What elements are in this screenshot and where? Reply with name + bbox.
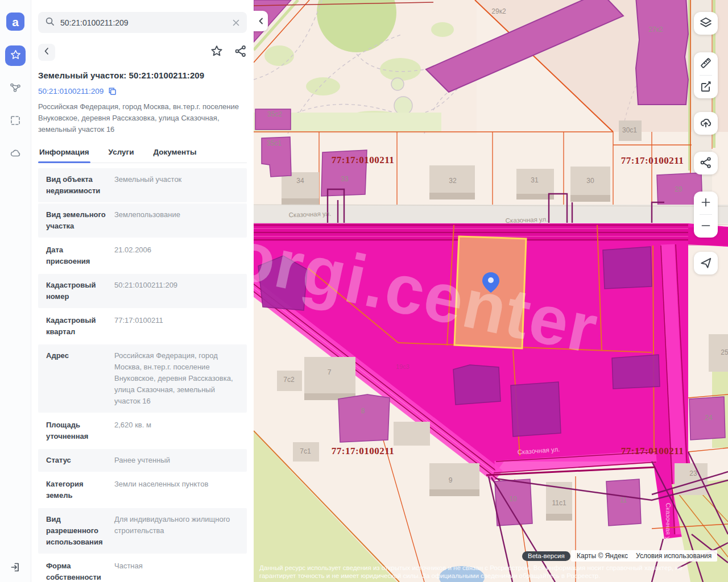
row-label: Вид объекта недвижимости <box>46 174 114 197</box>
sidebar-item-area-select[interactable] <box>5 111 26 132</box>
panel-actions <box>38 44 247 61</box>
row-value: 21.02.2006 <box>114 244 239 267</box>
locate-button[interactable] <box>694 252 718 275</box>
address-text: Российская Федерация, город Москва, вн.т… <box>38 101 247 135</box>
polygon-nodes-icon <box>10 82 21 95</box>
star-icon <box>10 49 21 63</box>
chevron-left-icon <box>43 47 51 57</box>
table-row: СтатусРанее учтенный <box>38 449 247 472</box>
sidebar-item-favorites[interactable] <box>5 45 26 66</box>
yandex-attribution: Карты © Яндекс Условия использования <box>571 550 717 562</box>
table-row: Дата присвоения21.02.2006 <box>38 239 247 273</box>
row-value: Ранее учтенный <box>114 455 239 466</box>
share-nodes-icon <box>700 156 712 171</box>
share-nodes-icon <box>234 45 247 60</box>
favorite-button[interactable] <box>210 45 223 60</box>
table-row: Кадастровый квартал77:17:0100211 <box>38 309 247 343</box>
terms-link[interactable]: Условия использования <box>636 552 712 560</box>
ruler-button[interactable] <box>694 52 718 75</box>
table-row: Вид разрешенного использованияДля индиви… <box>38 508 247 554</box>
row-label: Кадастровый номер <box>46 280 114 302</box>
table-row: Вид земельного участкаЗемлепользование <box>38 203 247 238</box>
row-label: Вид разрешенного использования <box>46 514 114 548</box>
table-row: Категория земельЗемли населенных пунктов <box>38 473 247 507</box>
row-label: Форма собственности <box>46 560 114 582</box>
search-clear-button[interactable] <box>232 19 240 27</box>
minus-icon <box>700 220 712 233</box>
dashed-square-icon <box>10 115 21 128</box>
tab-info[interactable]: Информация <box>38 144 90 163</box>
layers-icon <box>700 16 712 31</box>
sidebar-item-cloud[interactable] <box>5 144 26 165</box>
tab-services[interactable]: Услуги <box>107 144 135 163</box>
panel-collapse-button[interactable] <box>254 11 268 31</box>
table-row: АдресРоссийская Федерация, город Москва,… <box>38 344 247 413</box>
search-input[interactable] <box>60 18 232 27</box>
row-value: 77:17:0100211 <box>114 315 239 338</box>
tab-bar: ИнформацияУслугиДокументы <box>38 144 247 163</box>
row-label: Кадастровый квартал <box>46 315 114 338</box>
search-icon <box>45 16 55 28</box>
tab-documents[interactable]: Документы <box>152 144 198 163</box>
map-share-button[interactable] <box>694 152 718 174</box>
sidebar-item-polygon-tool[interactable] <box>5 78 26 99</box>
table-row: Кадастровый номер50:21:0100211:209 <box>38 274 247 308</box>
parcel-info-panel: Земельный участок: 50:21:0100211:209 50:… <box>31 0 254 582</box>
table-row: Вид объекта недвижимостиЗемельный участо… <box>38 168 247 202</box>
map-pin-icon <box>481 271 500 296</box>
icon-sidebar: a <box>0 0 31 582</box>
layers-button[interactable] <box>694 12 718 35</box>
chevron-left-icon <box>258 16 264 26</box>
plus-icon <box>700 197 712 210</box>
edit-button[interactable] <box>694 76 718 98</box>
row-label: Категория земель <box>46 479 114 501</box>
row-value: Российская Федерация, город Москва, вн.т… <box>114 350 239 407</box>
edit-icon <box>700 80 712 94</box>
row-label: Статус <box>46 455 114 466</box>
cloud-icon <box>10 148 21 161</box>
row-label: Площадь уточненная <box>46 419 114 442</box>
cloud-upload-icon <box>700 117 712 131</box>
share-button[interactable] <box>234 45 247 60</box>
attributes-table: Вид объекта недвижимостиЗемельный участо… <box>38 168 247 582</box>
upload-button[interactable] <box>694 112 718 135</box>
ruler-icon <box>700 57 712 71</box>
row-value: Земельный участок <box>114 174 239 197</box>
back-button[interactable] <box>38 44 55 61</box>
page-title: Земельный участок: 50:21:0100211:209 <box>38 70 247 80</box>
row-label: Адрес <box>46 350 114 407</box>
app-window: a <box>0 0 728 582</box>
maps-copyright-link[interactable]: Карты © Яндекс <box>577 552 628 560</box>
row-value: Землепользование <box>114 209 239 232</box>
table-row: Форма собственностиЧастная <box>38 555 247 582</box>
row-value: Частная <box>114 560 239 582</box>
cadastral-number-link[interactable]: 50:21:0100211:209 <box>38 87 104 95</box>
logout-button[interactable] <box>0 562 31 575</box>
zoom-in-button[interactable] <box>694 192 718 214</box>
copy-icon[interactable] <box>108 87 117 95</box>
star-icon <box>210 45 223 60</box>
row-label: Дата присвоения <box>46 244 114 267</box>
cadastral-link-row: 50:21:0100211:209 <box>38 87 247 95</box>
logout-icon <box>10 562 22 575</box>
app-logo[interactable]: a <box>6 13 24 31</box>
row-value: 50:21:0100211:209 <box>114 280 239 302</box>
row-label: Вид земельного участка <box>46 209 114 232</box>
row-value: Для индивидуального жилищного строительс… <box>114 514 239 548</box>
navigation-arrow-icon <box>700 256 712 271</box>
table-row: Площадь уточненная2,620 кв. м <box>38 414 247 448</box>
map-canvas[interactable]: torgi.center 29к227к235с235с130с13433323… <box>254 0 728 582</box>
row-value: 2,620 кв. м <box>114 419 239 442</box>
row-value: Земли населенных пунктов <box>114 479 239 501</box>
search-bar <box>38 12 247 33</box>
zoom-out-button[interactable] <box>694 215 718 238</box>
